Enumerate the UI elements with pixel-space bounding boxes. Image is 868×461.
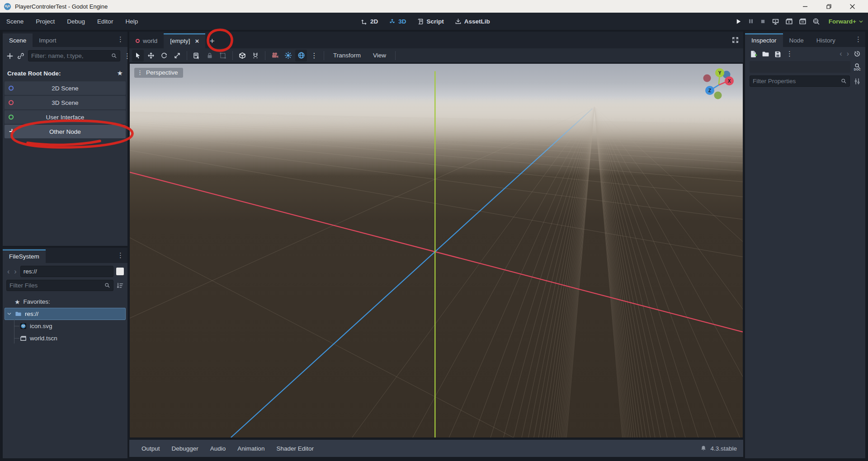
ruler-cube-button[interactable] xyxy=(236,50,248,61)
play-button[interactable] xyxy=(735,18,742,25)
group-selected-button[interactable] xyxy=(217,50,229,61)
camera-override-button[interactable] xyxy=(269,50,281,61)
close-button[interactable] xyxy=(848,2,856,10)
workspace-script-button[interactable]: Script xyxy=(417,18,444,25)
menu-debug[interactable]: Debug xyxy=(67,18,85,25)
property-filter-field[interactable] xyxy=(750,75,850,87)
renderer-mode-dropdown[interactable]: Forward+ xyxy=(829,18,863,25)
user-interface-button[interactable]: User Interface xyxy=(5,110,126,124)
lock-selected-button[interactable] xyxy=(204,50,216,61)
panel-animation[interactable]: Animation xyxy=(231,445,270,452)
dock-menu-icon[interactable]: ⋮ xyxy=(113,35,127,43)
panel-shader-editor[interactable]: Shader Editor xyxy=(270,445,320,452)
panel-output[interactable]: Output xyxy=(136,445,166,452)
menu-help[interactable]: Help xyxy=(125,18,138,25)
resource-menu-dots-icon[interactable]: ⋮ xyxy=(786,50,793,58)
restore-button[interactable] xyxy=(825,2,833,10)
property-filter-input[interactable] xyxy=(753,78,841,85)
remote-debug-icon[interactable] xyxy=(772,18,779,25)
file-tree: ★ Favorites: res:// icon.svg world.tscn xyxy=(3,294,127,344)
movie-maker-icon[interactable] xyxy=(812,18,820,25)
minimize-button[interactable] xyxy=(801,2,809,10)
2d-scene-button[interactable]: 2D Scene xyxy=(5,81,126,95)
select-mode-button[interactable] xyxy=(132,50,144,61)
view-settings-dots-icon[interactable]: ⋮ xyxy=(308,50,320,61)
dock-menu-icon[interactable]: ⋮ xyxy=(851,35,865,43)
new-scene-tab-button[interactable]: + xyxy=(205,33,219,48)
file-row-icon-svg[interactable]: icon.svg xyxy=(3,320,127,332)
instance-scene-icon[interactable] xyxy=(17,52,24,60)
file-filter-input[interactable] xyxy=(9,282,104,289)
workspace-assetlib-button[interactable]: AssetLib xyxy=(455,18,490,25)
scale-mode-button[interactable] xyxy=(171,50,183,61)
projection-menu-button[interactable]: ⋮ Perspective xyxy=(134,68,183,78)
panel-audio[interactable]: Audio xyxy=(204,445,232,452)
history-forward-icon[interactable]: › xyxy=(847,50,849,58)
search-icon xyxy=(841,78,847,84)
tab-history[interactable]: History xyxy=(810,33,842,47)
gizmo-neg-y[interactable] xyxy=(714,92,722,99)
orientation-gizmo[interactable]: Y X Z xyxy=(701,66,737,103)
scene-filter-field[interactable] xyxy=(28,50,120,61)
other-node-button[interactable]: Other Node xyxy=(5,125,126,138)
history-back-icon[interactable]: ‹ xyxy=(840,50,842,58)
scene-filter-input[interactable] xyxy=(31,52,111,59)
expand-viewport-icon[interactable] xyxy=(732,37,739,43)
file-filter-field[interactable] xyxy=(6,280,113,291)
workspace-2d-button[interactable]: 2D xyxy=(361,18,378,25)
3d-scene-button[interactable]: 3D Scene xyxy=(5,96,126,109)
close-tab-icon[interactable]: × xyxy=(195,37,199,45)
preview-environment-toggle[interactable] xyxy=(295,50,307,61)
favorites-row[interactable]: ★ Favorites: xyxy=(3,296,127,308)
rotate-mode-button[interactable] xyxy=(158,50,170,61)
object-history-icon[interactable] xyxy=(854,50,861,57)
snap-magnet-button[interactable] xyxy=(250,50,261,61)
nav-back-icon[interactable]: ‹ xyxy=(6,268,10,275)
menu-scene[interactable]: Scene xyxy=(6,18,24,25)
resource-name-bar xyxy=(750,61,850,73)
favorites-star-icon[interactable]: ★ xyxy=(117,69,123,77)
gizmo-neg-x[interactable] xyxy=(703,75,711,82)
run-current-scene-icon[interactable] xyxy=(785,18,793,25)
tab-import[interactable]: Import xyxy=(33,33,62,47)
open-docs-icon[interactable]: DOC xyxy=(854,63,861,71)
panel-debugger[interactable]: Debugger xyxy=(166,445,204,452)
sort-files-icon[interactable] xyxy=(117,282,124,289)
view-menu[interactable]: View xyxy=(368,52,392,59)
run-specific-scene-icon[interactable] xyxy=(799,18,807,25)
stop-button[interactable] xyxy=(760,19,766,24)
workspace-3d-button[interactable]: 3D xyxy=(389,18,406,25)
chevron-down-icon[interactable] xyxy=(7,311,12,316)
window-title: PlayerControlerTest - Godot Engine xyxy=(15,3,108,10)
new-resource-icon[interactable] xyxy=(750,50,757,58)
load-resource-icon[interactable] xyxy=(762,50,769,58)
tab-filesystem[interactable]: FileSystem xyxy=(3,249,46,263)
split-mode-button[interactable] xyxy=(116,268,124,275)
viewport-toolbar: ⋮ Transform View xyxy=(129,48,743,63)
path-field[interactable] xyxy=(20,266,113,277)
update-bell-icon[interactable] xyxy=(700,445,707,452)
node3d-icon xyxy=(9,100,14,105)
list-select-button[interactable] xyxy=(191,50,203,61)
dock-menu-icon[interactable]: ⋮ xyxy=(113,251,127,259)
file-row-world-tscn[interactable]: world.tscn xyxy=(3,332,127,344)
tab-inspector[interactable]: Inspector xyxy=(745,33,783,47)
viewport-3d[interactable]: ⋮ Perspective Y X Z xyxy=(129,63,743,438)
nav-forward-icon[interactable]: › xyxy=(13,268,17,275)
scene-tab-world[interactable]: world xyxy=(129,33,164,48)
save-resource-icon[interactable] xyxy=(774,50,782,58)
path-input[interactable] xyxy=(24,268,110,275)
tab-node[interactable]: Node xyxy=(783,33,810,47)
menu-editor[interactable]: Editor xyxy=(97,18,113,25)
add-node-icon[interactable] xyxy=(6,52,14,60)
property-tools-icon[interactable] xyxy=(854,78,861,85)
pause-button[interactable] xyxy=(748,18,754,24)
preview-sunlight-toggle[interactable] xyxy=(282,50,294,61)
menu-project[interactable]: Project xyxy=(36,18,55,25)
transform-menu[interactable]: Transform xyxy=(328,52,366,59)
titlebar: PlayerControlerTest - Godot Engine xyxy=(0,0,868,13)
res-root-row[interactable]: res:// xyxy=(5,308,126,320)
scene-tab-empty[interactable]: [empty] × xyxy=(164,33,205,48)
move-mode-button[interactable] xyxy=(145,50,157,61)
tab-scene[interactable]: Scene xyxy=(3,33,33,47)
